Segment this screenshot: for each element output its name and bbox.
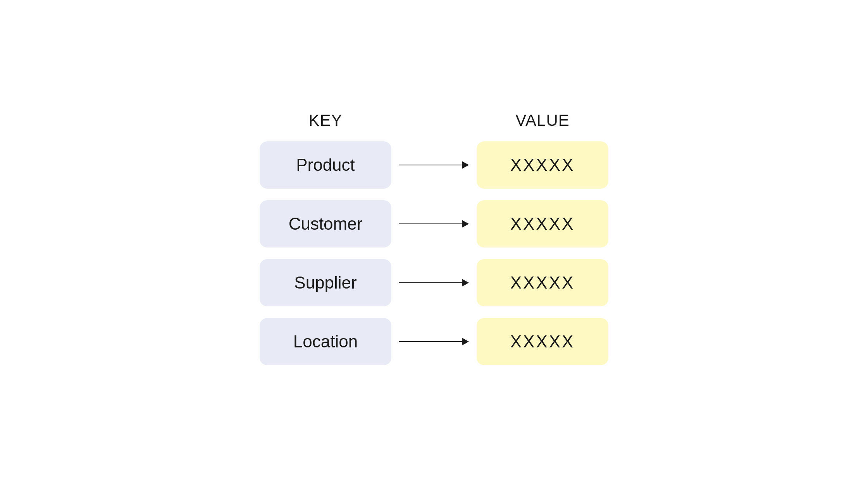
- arrow-product: [391, 161, 477, 169]
- value-box-location: XXXXX: [477, 318, 608, 365]
- value-box-product: XXXXX: [477, 141, 608, 189]
- arrow-head-icon: [462, 338, 469, 345]
- key-column-header: KEY: [260, 111, 391, 130]
- value-box-customer: XXXXX: [477, 200, 608, 247]
- key-box-supplier: Supplier: [260, 259, 391, 306]
- diagram-container: KEY VALUE Product XXXXX Customer XXXXX S…: [260, 111, 608, 377]
- arrow-line-product: [399, 161, 469, 169]
- key-box-location: Location: [260, 318, 391, 365]
- arrow-line-customer: [399, 220, 469, 228]
- row-supplier: Supplier XXXXX: [260, 259, 608, 306]
- row-product: Product XXXXX: [260, 141, 608, 189]
- value-box-supplier: XXXXX: [477, 259, 608, 306]
- arrow-column-spacer: [391, 111, 477, 130]
- arrow-head-icon: [462, 220, 469, 228]
- arrow-line-body: [399, 223, 462, 224]
- arrow-supplier: [391, 279, 477, 287]
- arrow-customer: [391, 220, 477, 228]
- arrow-line-supplier: [399, 279, 469, 287]
- arrow-line-body: [399, 341, 462, 342]
- key-box-customer: Customer: [260, 200, 391, 247]
- arrow-line-body: [399, 282, 462, 283]
- row-location: Location XXXXX: [260, 318, 608, 365]
- value-column-header: VALUE: [477, 111, 608, 130]
- arrow-head-icon: [462, 279, 469, 287]
- arrow-line-body: [399, 165, 462, 165]
- arrow-location: [391, 338, 477, 345]
- arrow-head-icon: [462, 161, 469, 169]
- column-headers: KEY VALUE: [260, 111, 608, 130]
- key-box-product: Product: [260, 141, 391, 189]
- arrow-line-location: [399, 338, 469, 345]
- row-customer: Customer XXXXX: [260, 200, 608, 247]
